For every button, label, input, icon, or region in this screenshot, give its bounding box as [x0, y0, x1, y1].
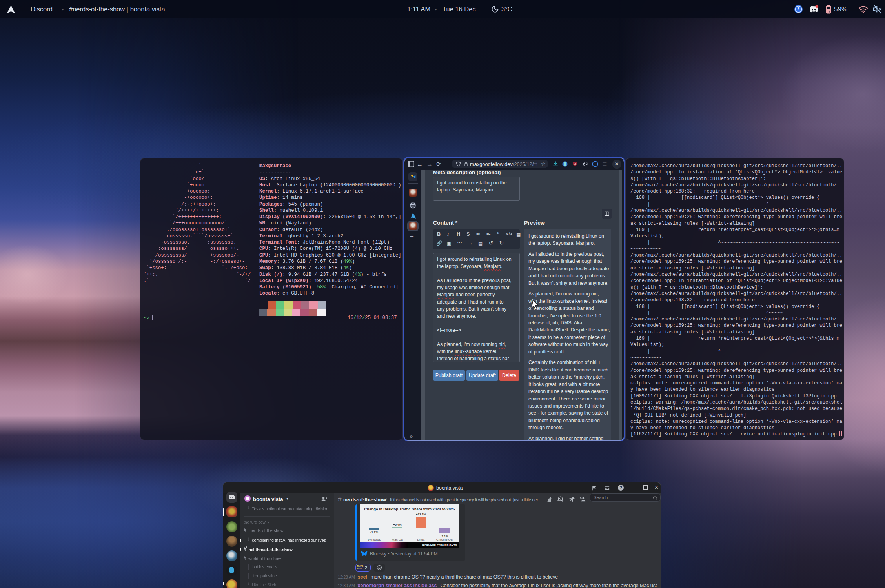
svg-text:uO: uO — [574, 163, 576, 165]
